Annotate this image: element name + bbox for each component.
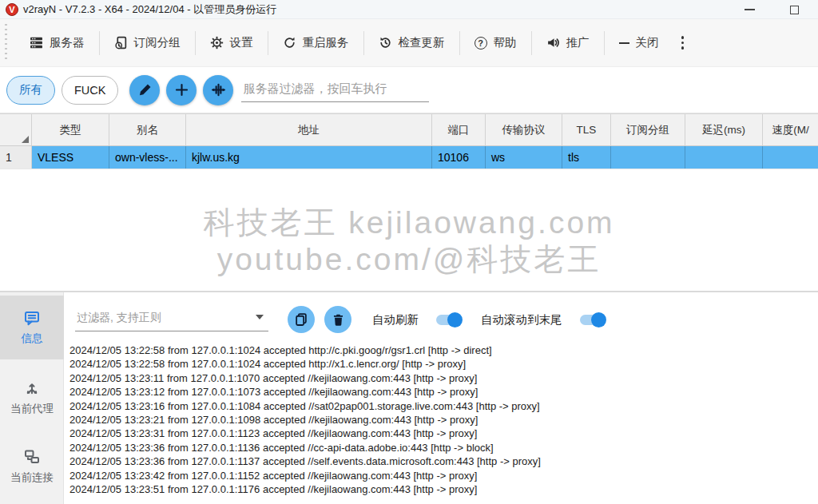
header-alias[interactable]: 别名 <box>109 114 186 145</box>
header-speed[interactable]: 速度(M/ <box>763 114 818 145</box>
server-table-header: 类型 别名 地址 端口 传输协议 TLS 订阅分组 延迟(ms) 速度(M/ <box>0 113 818 146</box>
sidebar-item-info[interactable]: 信息 <box>0 296 64 359</box>
group-chip-fuck[interactable]: FUCK <box>62 76 118 105</box>
plus-icon <box>174 82 189 97</box>
row-transport-cell: ws <box>486 146 562 169</box>
toolbar-restart-service-button[interactable]: 重启服务 <box>268 29 363 57</box>
main-toolbar: 服务器 订阅分组 设置 <box>0 19 818 67</box>
log-line: 2024/12/05 13:23:51 from 127.0.0.1:1176 … <box>69 482 815 496</box>
header-transport[interactable]: 传输协议 <box>486 114 562 145</box>
row-divider <box>0 169 818 169</box>
window-title: v2rayN - V7.2.3 - X64 - 2024/12/04 - 以管理… <box>23 2 276 17</box>
toolbar-promotion-button[interactable]: 推广 <box>532 29 604 57</box>
log-line: 2024/12/05 13:23:36 from 127.0.0.1:1137 … <box>69 454 815 468</box>
log-line: 2024/12/05 13:23:11 from 127.0.0.1:1070 … <box>69 371 815 385</box>
header-port[interactable]: 端口 <box>432 114 486 145</box>
toolbar-close-button[interactable]: 关闭 <box>605 29 673 57</box>
sidebar-item-info-label: 信息 <box>22 331 43 346</box>
toolbar-servers-button[interactable]: 服务器 <box>15 29 99 57</box>
log-lines[interactable]: 2024/12/05 13:22:58 from 127.0.0.1:1024 … <box>69 343 815 496</box>
servers-icon <box>30 36 43 50</box>
toolbar-check-update-button[interactable]: 检查更新 <box>364 29 459 57</box>
restart-service-icon <box>283 36 296 50</box>
header-select-all[interactable] <box>0 114 32 145</box>
help-icon: ? <box>475 37 487 50</box>
group-chip-all-label: 所有 <box>19 82 42 97</box>
clear-log-button[interactable] <box>324 306 351 333</box>
app-logo-icon: V <box>6 3 18 16</box>
log-line: 2024/12/05 13:23:36 from 127.0.0.1:1136 … <box>69 441 815 454</box>
tune-sliders-icon <box>211 82 226 97</box>
toolbar-restart-service-label: 重启服务 <box>303 35 349 50</box>
log-filter-input[interactable] <box>75 308 256 326</box>
bottom-sidebar: 信息 当前代理 当前连接 <box>0 292 64 504</box>
group-chip-fuck-label: FUCK <box>74 84 105 97</box>
row-address-cell: kjlw.us.kg <box>186 146 432 169</box>
toolbar-help-label: 帮助 <box>494 35 517 50</box>
header-address[interactable]: 地址 <box>186 114 432 145</box>
copy-icon <box>294 312 308 327</box>
pencil-icon <box>137 82 153 97</box>
server-filter-input[interactable] <box>241 78 429 102</box>
dropdown-arrow-icon[interactable] <box>256 315 264 319</box>
auto-scroll-label: 自动滚动到末尾 <box>481 312 562 327</box>
log-line: 2024/12/05 13:22:58 from 127.0.0.1:1024 … <box>69 343 815 357</box>
sidebar-item-current-connections[interactable]: 当前连接 <box>0 441 64 492</box>
title-bar: V v2rayN - V7.2.3 - X64 - 2024/12/04 - 以… <box>0 0 818 19</box>
log-line: 2024/12/05 13:23:21 from 127.0.0.1:1098 … <box>69 413 815 427</box>
minimize-button[interactable] <box>745 9 755 10</box>
edit-group-button[interactable] <box>129 75 160 105</box>
log-line: 2024/12/05 13:23:12 from 127.0.0.1:1073 … <box>69 385 815 399</box>
auto-refresh-label: 自动刷新 <box>372 312 419 327</box>
row-type-cell: VLESS <box>32 146 109 169</box>
group-chip-all[interactable]: 所有 <box>6 76 55 105</box>
toolbar-gripper[interactable] <box>5 24 7 62</box>
promotion-icon <box>546 36 560 50</box>
table-row[interactable]: 1 VLESS own-vless-... kjlw.us.kg 10106 w… <box>0 146 818 169</box>
row-alias-cell: own-vless-... <box>109 146 186 169</box>
close-minus-icon <box>619 42 629 44</box>
copy-log-button[interactable] <box>288 306 315 333</box>
trash-icon <box>332 313 345 327</box>
add-group-button[interactable] <box>166 75 197 105</box>
toolbar-help-button[interactable]: ? 帮助 <box>460 29 531 57</box>
toolbar-promotion-label: 推广 <box>566 35 590 50</box>
log-panel: 自动刷新 自动滚动到末尾 2024/12/05 13:22:58 from 12… <box>64 292 818 504</box>
row-delay-cell <box>685 146 763 169</box>
maximize-button[interactable] <box>790 6 799 14</box>
header-subscription-group[interactable]: 订阅分组 <box>611 114 685 145</box>
log-filter-combo <box>75 308 268 331</box>
sidebar-item-current-proxy-label: 当前代理 <box>10 402 54 416</box>
auto-refresh-toggle[interactable] <box>436 315 460 325</box>
connections-icon <box>24 449 40 465</box>
row-index-cell: 1 <box>0 146 32 169</box>
bottom-panel: 信息 当前代理 当前连接 <box>0 291 818 504</box>
message-bubble-icon <box>24 310 40 326</box>
check-update-icon <box>379 36 392 50</box>
toolbar-subscription-group-button[interactable]: 订阅分组 <box>100 29 195 57</box>
log-line: 2024/12/05 13:22:58 from 127.0.0.1:1024 … <box>69 357 815 371</box>
server-filter-field <box>241 78 429 102</box>
log-controls: 自动刷新 自动滚动到末尾 <box>75 304 818 335</box>
row-port-cell: 10106 <box>432 146 486 169</box>
subscription-group-icon <box>114 36 128 50</box>
row-subscription-cell <box>611 146 685 169</box>
toolbar-more-button[interactable] <box>673 31 693 54</box>
toolbar-settings-label: 设置 <box>230 35 253 50</box>
v2rayn-window: V v2rayN - V7.2.3 - X64 - 2024/12/04 - 以… <box>0 0 818 504</box>
header-tls[interactable]: TLS <box>562 114 611 145</box>
header-delay[interactable]: 延迟(ms) <box>685 114 763 145</box>
advanced-filter-button[interactable] <box>203 75 233 105</box>
toolbar-check-update-label: 检查更新 <box>399 35 445 50</box>
log-line: 2024/12/05 13:23:42 from 127.0.0.1:1152 … <box>69 469 815 482</box>
header-type[interactable]: 类型 <box>32 114 109 145</box>
sidebar-item-current-proxy[interactable]: 当前代理 <box>0 372 64 423</box>
row-tls-cell: tls <box>562 146 611 169</box>
log-line: 2024/12/05 13:23:16 from 127.0.0.1:1084 … <box>69 399 815 413</box>
kebab-menu-icon <box>681 36 685 39</box>
toolbar-close-label: 关闭 <box>636 35 659 50</box>
toolbar-servers-label: 服务器 <box>50 35 85 50</box>
auto-scroll-toggle[interactable] <box>580 315 604 325</box>
server-group-bar: 所有 FUCK <box>0 67 818 113</box>
toolbar-settings-button[interactable]: 设置 <box>196 29 268 57</box>
